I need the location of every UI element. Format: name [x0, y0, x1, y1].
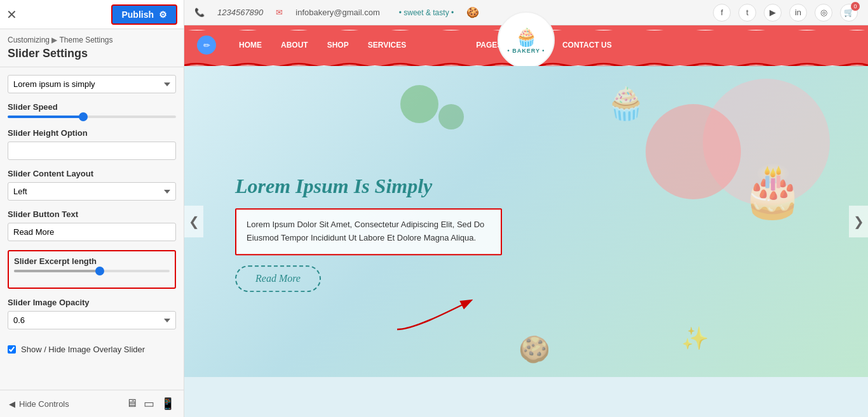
breadcrumb-separator: ▶ [51, 36, 59, 44]
slider-speed-thumb[interactable] [79, 112, 88, 121]
show-hide-overlay-row: Show / Hide Image Overlay Slider [8, 345, 176, 354]
slider-speed-track [8, 116, 176, 118]
slider-excerpt-track [14, 270, 170, 272]
email-text: infobakery@gmail.com [295, 8, 379, 17]
bg-sparkle-icon: ✨ [681, 326, 709, 352]
bg-cookie-icon: 🍪 [519, 334, 550, 364]
logo-cupcake-icon: 🧁 [515, 27, 538, 48]
hide-controls[interactable]: ◀ Hide Controls [9, 399, 69, 409]
publish-button[interactable]: Publish ⚙ [111, 4, 177, 25]
gear-icon: ⚙ [159, 10, 167, 20]
slider-height-input[interactable] [8, 142, 176, 160]
slider-excerpt-label: Slider Excerpt length [14, 256, 170, 266]
logo-circle: 🧁 • BAKERY • [498, 11, 555, 69]
bg-cupcake-icon: 🧁 [606, 85, 646, 122]
linkedin-icon[interactable]: in [789, 4, 807, 22]
panel-title: Slider Settings [0, 46, 184, 67]
email-icon: ✉ [276, 8, 283, 17]
lorem-ipsum-dropdown[interactable]: Lorem ipsum is simply [8, 75, 176, 93]
preview-navbar: ✏ Home ABOUT Shop SERVICES 🧁 • BAKERY • … [184, 30, 868, 60]
breadcrumb: Customizing ▶ Theme Settings [0, 29, 184, 46]
facebook-icon[interactable]: f [713, 4, 731, 22]
cart-badge: 0 [851, 2, 860, 11]
slider-prev-button[interactable]: ❮ [184, 206, 203, 237]
phone-icon: 📞 [194, 8, 205, 17]
cart-icon[interactable]: 🛒 0 [840, 4, 858, 22]
slider-image-opacity-label: Slider Image Opacity [8, 298, 176, 307]
slider-excerpt-control[interactable] [14, 270, 170, 272]
twitter-icon[interactable]: t [738, 4, 756, 22]
slider-next-button[interactable]: ❯ [849, 206, 868, 237]
show-hide-overlay-checkbox[interactable] [8, 345, 16, 354]
panel-content: Lorem ipsum is simply Slider Speed Slide… [0, 67, 184, 390]
top-bar: ✕ Publish ⚙ [0, 0, 184, 29]
bottom-bar: ◀ Hide Controls 🖥 ▭ 📱 [0, 390, 184, 417]
bg-cake-icon: 🎂 [741, 161, 804, 221]
next-arrow-icon: ❯ [853, 214, 864, 229]
slider-button-text-label: Slider Button Text [8, 209, 176, 219]
publish-label: Publish [121, 10, 154, 20]
slider-speed-label: Slider Speed [8, 102, 176, 112]
left-panel: ✕ Publish ⚙ Customizing ▶ Theme Settings… [0, 0, 184, 417]
slider-image-opacity-dropdown[interactable]: 0.6 0.5 0.7 0.8 0.9 1.0 [8, 311, 176, 329]
nav-contact[interactable]: CONTACT US [562, 41, 612, 50]
show-hide-overlay-label: Show / Hide Image Overlay Slider [21, 345, 145, 354]
slider-speed-control[interactable] [8, 116, 176, 118]
nav-home[interactable]: Home [239, 41, 262, 50]
breadcrumb-customizing[interactable]: Customizing [8, 36, 50, 44]
hero-body-text: Lorem Ipsum Dolor Sit Amet, Consectetur … [247, 218, 491, 245]
sweet-tasty-text: • sweet & tasty • [399, 8, 454, 17]
close-button[interactable]: ✕ [6, 7, 17, 22]
red-arrow-annotation [394, 295, 477, 335]
left-chevron-icon: ◀ [9, 399, 15, 409]
social-icons-row: f t ▶ in ◎ 🛒 0 [713, 4, 858, 22]
nav-about[interactable]: ABOUT [281, 41, 308, 50]
edit-pencil-icon[interactable]: ✏ [197, 36, 216, 55]
nav-shop[interactable]: Shop [327, 41, 349, 50]
slider-excerpt-thumb[interactable] [95, 267, 104, 275]
cookie-icon: 🍪 [466, 6, 479, 18]
slider-excerpt-section: Slider Excerpt length [8, 250, 176, 289]
prev-arrow-icon: ❮ [189, 214, 200, 229]
slider-content-layout-dropdown[interactable]: Left Center Right [8, 182, 176, 201]
bg-blob-2 [646, 104, 741, 199]
hero-content: Lorem Ipsum Is Simply Lorem Ipsum Dolor … [235, 175, 502, 292]
hero-title: Lorem Ipsum Is Simply [235, 175, 502, 198]
slider-excerpt-fill [14, 270, 100, 272]
youtube-icon[interactable]: ▶ [764, 4, 782, 22]
desktop-icon[interactable]: 🖥 [126, 397, 137, 411]
hide-controls-label: Hide Controls [19, 399, 69, 409]
device-icons: 🖥 ▭ 📱 [126, 397, 175, 411]
slider-height-label: Slider Height Option [8, 128, 176, 138]
tablet-icon[interactable]: ▭ [144, 397, 154, 411]
instagram-icon[interactable]: ◎ [815, 4, 832, 22]
breadcrumb-theme-settings[interactable]: Theme Settings [60, 36, 113, 44]
hero-slider: 🎂 🧁 🍪 ✨ ❮ Lorem Ipsum Is Simply Lorem Ip… [184, 66, 868, 377]
read-more-button[interactable]: Read More [235, 265, 321, 292]
phone-number: 1234567890 [217, 8, 263, 17]
green-circle-2 [438, 104, 464, 129]
nav-services[interactable]: SERVICES [368, 41, 406, 50]
nav-logo: 🧁 • BAKERY • [498, 11, 555, 69]
hero-text-box: Lorem Ipsum Dolor Sit Amet, Consectetur … [235, 208, 502, 255]
logo-text: • BAKERY • [508, 48, 545, 54]
mobile-icon[interactable]: 📱 [161, 397, 175, 411]
slider-button-text-input[interactable] [8, 223, 176, 241]
preview-area: 📞 1234567890 ✉ infobakery@gmail.com • sw… [184, 0, 868, 417]
slider-speed-fill [8, 116, 83, 118]
green-circle-1 [400, 85, 438, 123]
slider-content-layout-label: Slider Content Layout [8, 169, 176, 178]
